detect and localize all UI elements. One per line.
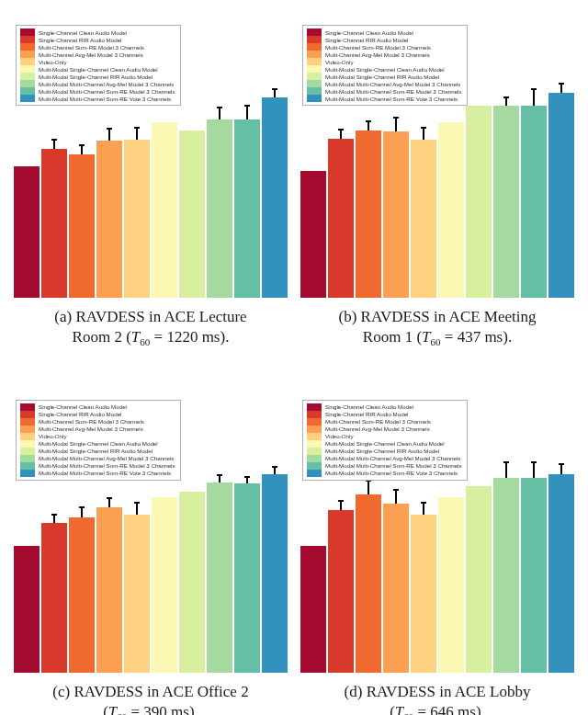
- legend-row: Multi-Modal Single-Channel Clean Audio M…: [20, 65, 175, 73]
- legend: Single-Channel Clean Audio ModelSingle-C…: [16, 400, 181, 481]
- legend-swatch: [20, 403, 35, 411]
- legend-swatch: [20, 95, 35, 102]
- legend-label: Single-Channel Clean Audio Model: [39, 29, 127, 36]
- bar: [356, 131, 381, 298]
- legend-swatch: [20, 411, 35, 418]
- legend-swatch: [307, 51, 322, 58]
- chart: Single-Channel Clean Audio ModelSingle-C…: [300, 397, 575, 673]
- legend-swatch: [307, 28, 322, 36]
- legend-swatch: [307, 411, 322, 418]
- bar: [41, 523, 67, 673]
- legend-label: Multi-Channel Avg-Mel Model 3 Channels: [39, 426, 143, 432]
- figure-grid-page: Single-Channel Clean Audio ModelSingle-C…: [0, 0, 588, 715]
- bar: [438, 497, 464, 673]
- legend-label: Single-Channel RIR Audio Model: [325, 37, 408, 43]
- bar: [152, 122, 177, 298]
- legend-swatch: [20, 440, 35, 448]
- t60-subscript: 60: [403, 711, 413, 715]
- legend-row: Single-Channel Clean Audio Model: [307, 403, 462, 411]
- bar: [124, 515, 150, 673]
- bar: [300, 171, 326, 298]
- legend-swatch: [307, 462, 322, 470]
- bar: [493, 478, 519, 673]
- legend-row: Multi-Channel Sum-RE Model 3 Channels: [307, 43, 462, 51]
- bar: [411, 140, 436, 298]
- legend-swatch: [20, 87, 35, 95]
- bar: [548, 93, 574, 298]
- chart: Single-Channel Clean Audio ModelSingle-C…: [13, 397, 288, 673]
- legend-label: Multi-Modal Multi-Channel Avg-Mel Model …: [39, 81, 174, 87]
- legend-row: Multi-Modal Single-Channel RIR Audio Mod…: [307, 73, 462, 80]
- bar-slot: [492, 403, 520, 673]
- legend-label: Multi-Modal Multi-Channel Sum-RE Vote 3 …: [39, 470, 171, 476]
- subplot-caption: (b) RAVDESS in ACE MeetingRoom 1 (T60 = …: [338, 307, 536, 349]
- bar: [300, 546, 326, 673]
- legend-row: Video-Only: [307, 433, 462, 440]
- legend-label: Multi-Modal Single-Channel RIR Audio Mod…: [39, 74, 153, 80]
- bar: [96, 507, 122, 672]
- bar: [96, 141, 122, 298]
- caption-line-1: RAVDESS in ACE Lecture: [72, 308, 246, 325]
- legend-label: Single-Channel Clean Audio Model: [39, 403, 127, 410]
- legend-label: Multi-Modal Single-Channel RIR Audio Mod…: [325, 448, 439, 454]
- legend-swatch: [20, 73, 35, 80]
- legend-swatch: [307, 58, 322, 65]
- legend-label: Multi-Modal Multi-Channel Avg-Mel Model …: [39, 455, 174, 461]
- legend-label: Video-Only: [39, 433, 67, 439]
- bar: [411, 515, 436, 673]
- legend-row: Multi-Modal Multi-Channel Avg-Mel Model …: [20, 455, 175, 462]
- chart-cell-b: Single-Channel Clean Audio ModelSingle-C…: [298, 22, 577, 349]
- legend: Single-Channel Clean Audio ModelSingle-C…: [16, 25, 181, 106]
- legend-row: Multi-Channel Sum-RE Model 3 Channels: [307, 418, 462, 426]
- legend-swatch: [307, 87, 322, 95]
- legend-row: Multi-Modal Multi-Channel Sum-RE Vote 3 …: [20, 95, 175, 102]
- bar-slot: [233, 403, 261, 673]
- legend-swatch: [307, 36, 322, 43]
- legend-row: Multi-Modal Single-Channel RIR Audio Mod…: [20, 73, 175, 80]
- legend-row: Multi-Modal Multi-Channel Sum-RE Model 3…: [20, 87, 175, 95]
- legend-label: Multi-Modal Single-Channel Clean Audio M…: [325, 66, 445, 73]
- legend-row: Video-Only: [20, 433, 175, 440]
- t60-subscript: 60: [140, 336, 150, 347]
- legend-row: Single-Channel Clean Audio Model: [20, 28, 175, 36]
- bar: [493, 106, 519, 298]
- t60-value: = 646 ms).: [413, 703, 485, 715]
- legend-swatch: [307, 433, 322, 440]
- legend-label: Multi-Modal Single-Channel RIR Audio Mod…: [39, 448, 153, 454]
- t60-symbol: T: [108, 703, 117, 715]
- bar-slot: [520, 28, 548, 298]
- bar: [41, 149, 67, 298]
- bar: [466, 106, 492, 298]
- subplot-caption: (c) RAVDESS in ACE Office 2(T60 = 390 ms…: [52, 682, 248, 715]
- legend-swatch: [20, 36, 35, 43]
- legend-row: Multi-Modal Multi-Channel Sum-RE Model 3…: [20, 462, 175, 470]
- legend-row: Multi-Channel Sum-RE Model 3 Channels: [20, 418, 175, 426]
- legend-row: Multi-Modal Multi-Channel Sum-RE Vote 3 …: [20, 470, 175, 477]
- legend-swatch: [307, 426, 322, 433]
- legend-label: Single-Channel RIR Audio Model: [39, 411, 121, 417]
- bar: [383, 131, 409, 298]
- legend-swatch: [20, 80, 35, 87]
- legend-label: Multi-Modal Multi-Channel Sum-RE Vote 3 …: [325, 96, 458, 102]
- legend-row: Multi-Modal Multi-Channel Avg-Mel Model …: [307, 455, 462, 462]
- legend-row: Multi-Modal Multi-Channel Sum-RE Model 3…: [307, 87, 462, 95]
- legend-label: Multi-Modal Multi-Channel Avg-Mel Model …: [325, 81, 460, 87]
- bar: [14, 166, 40, 298]
- legend-row: Multi-Modal Multi-Channel Avg-Mel Model …: [20, 80, 175, 87]
- legend-label: Multi-Modal Single-Channel Clean Audio M…: [325, 440, 445, 447]
- chart-cell-c: Single-Channel Clean Audio ModelSingle-C…: [11, 397, 290, 715]
- subplot-caption: (a) RAVDESS in ACE LectureRoom 2 (T60 = …: [54, 307, 246, 349]
- legend-row: Video-Only: [307, 58, 462, 65]
- legend-swatch: [20, 43, 35, 51]
- bar: [152, 497, 177, 673]
- bar: [328, 139, 354, 298]
- bar-slot: [261, 403, 288, 673]
- legend-row: Multi-Channel Sum-RE Model 3 Channels: [20, 43, 175, 51]
- legend-label: Multi-Channel Sum-RE Model 3 Channels: [39, 418, 144, 425]
- chart-cell-a: Single-Channel Clean Audio ModelSingle-C…: [11, 22, 290, 349]
- legend-label: Multi-Channel Sum-RE Model 3 Channels: [39, 44, 144, 51]
- t60-subscript: 60: [117, 711, 127, 715]
- legend-label: Multi-Modal Single-Channel RIR Audio Mod…: [325, 74, 439, 80]
- bar: [234, 119, 260, 298]
- bar: [207, 482, 232, 673]
